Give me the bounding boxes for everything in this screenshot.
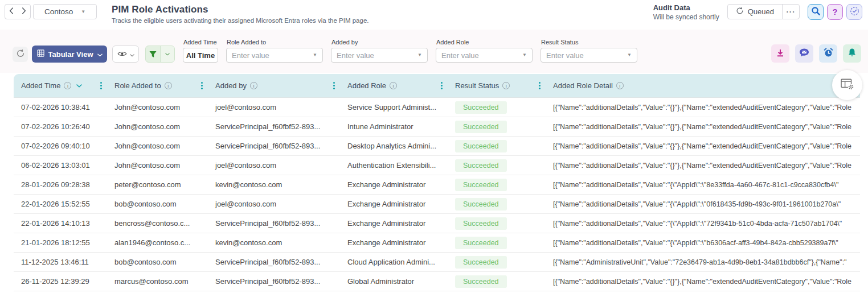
table-row[interactable]: 22-01-2026 15:52:55 bob@contoso.com joel… (14, 195, 860, 214)
cell-role-added-to: marcus@contoso.com (107, 277, 208, 286)
cell-added-role-detail: [{"Name":"additionalDetails","Value":"{}… (546, 123, 860, 131)
role-added-to-select[interactable]: Enter value ▼ (226, 48, 323, 63)
cell-added-role-detail: [{"Name":"additionalDetails","Value":"{}… (546, 104, 860, 112)
nav-back-button[interactable] (5, 5, 18, 19)
cell-result-status: Succeeded (448, 237, 546, 249)
eye-icon (117, 50, 127, 59)
column-menu-icon[interactable] (201, 82, 203, 84)
table-row[interactable]: 26-11-2025 12:39:29 marcus@contoso.com S… (14, 272, 860, 291)
filter-placeholder: Enter value (337, 51, 374, 60)
cell-added-time: 22-01-2026 14:10:13 (14, 219, 107, 228)
tabular-view-button[interactable]: Tabular View (32, 46, 107, 63)
result-status-select[interactable]: Enter value ▼ (541, 48, 637, 63)
cell-added-time: 11-12-2025 13:46:11 (14, 258, 107, 266)
info-icon[interactable]: i (165, 82, 172, 89)
table-row[interactable]: 22-01-2026 14:10:13 bencross@contoso.c..… (14, 214, 860, 233)
status-badge: Succeeded (455, 237, 507, 249)
cell-added-role: Exchange Administrator (340, 180, 448, 189)
added-by-select[interactable]: Enter value ▼ (331, 48, 428, 63)
cell-result-status: Succeeded (448, 159, 546, 172)
cell-added-by: ServicePrincipal_f60fbf52-893... (208, 142, 340, 150)
table-row[interactable]: 28-01-2026 09:28:38 peter@contoso.com ke… (14, 175, 860, 195)
column-header-added-role[interactable]: Added Role i (340, 74, 448, 97)
help-button[interactable]: ? (827, 4, 843, 20)
filter-placeholder: Enter value (441, 51, 479, 60)
cell-result-status: Succeeded (448, 179, 546, 191)
column-menu-icon[interactable] (333, 82, 335, 84)
column-menu-icon[interactable] (539, 82, 541, 84)
alarm-button[interactable] (819, 44, 837, 63)
info-icon[interactable]: i (502, 82, 510, 89)
column-label: Role Added to (114, 81, 161, 90)
cell-added-time: 28-01-2026 09:28:38 (14, 180, 107, 189)
refresh-button[interactable] (13, 47, 28, 62)
table-row[interactable]: 11-12-2025 13:46:11 bob@contoso.com Serv… (14, 253, 860, 272)
chevron-down-icon: ▼ (627, 53, 632, 57)
cell-added-time: 22-01-2026 15:52:55 (14, 200, 107, 208)
chevron-down-icon: ▼ (313, 53, 317, 57)
info-icon[interactable]: i (64, 82, 71, 89)
cell-role-added-to: bob@contoso.com (107, 200, 208, 208)
added-time-filter-button[interactable]: All Time (183, 48, 218, 63)
table-row[interactable]: 07-02-2026 10:26:40 John@contoso.com Ser… (14, 117, 860, 137)
status-badge: Succeeded (455, 275, 507, 288)
cell-added-role-detail: [{"Name":"additionalDetails","Value":"{\… (546, 200, 860, 208)
column-visibility-button[interactable] (112, 46, 139, 63)
column-settings-button[interactable] (832, 70, 862, 100)
cell-added-by: joel@contoso.com (208, 103, 340, 112)
column-header-added-role-detail[interactable]: Added Role Detail i (546, 74, 860, 97)
cell-added-role-detail: [{"Name":"additionalDetails","Value":"{}… (546, 278, 860, 286)
cell-added-by: joel@contoso.com (208, 161, 340, 170)
info-icon[interactable]: i (390, 82, 397, 89)
cell-added-role: Cloud Application Admini... (340, 258, 448, 266)
column-header-added-time[interactable]: Added Time i (14, 74, 107, 97)
cell-added-role: Exchange Administrator (340, 200, 448, 208)
chevron-down-icon: ▼ (522, 53, 527, 57)
message-button[interactable] (795, 44, 813, 63)
table-row[interactable]: 21-01-2026 18:12:55 alan1946@contoso.c..… (14, 233, 860, 253)
filter-label: Added Role (436, 39, 533, 46)
more-options-button[interactable]: ··· (782, 5, 799, 19)
cell-role-added-to: peter@contoso.com (107, 180, 208, 189)
cell-added-time: 07-02-2026 09:40:10 (14, 142, 107, 150)
column-header-result-status[interactable]: Result Status i (448, 74, 546, 97)
cell-added-role-detail: [{"Name":"additionalDetails","Value":"{}… (546, 162, 860, 170)
chevron-down-icon: ▼ (417, 53, 422, 57)
column-menu-icon[interactable] (100, 82, 102, 84)
cell-added-role-detail: [{"Name":"additionalDetails","Value":"{\… (546, 181, 860, 189)
cell-added-role: Global Administrator (340, 277, 448, 286)
cell-result-status: Succeeded (448, 198, 546, 211)
info-icon[interactable]: i (616, 82, 624, 89)
cell-added-role: Intune Administrator (340, 122, 448, 131)
filter-chevron-segment[interactable] (160, 46, 175, 62)
column-menu-icon[interactable] (441, 82, 443, 84)
sort-descending-icon[interactable] (76, 84, 82, 88)
cell-result-status: Succeeded (448, 101, 546, 114)
nav-arrows (5, 4, 31, 19)
cell-role-added-to: John@contoso.com (107, 161, 208, 170)
added-role-select[interactable]: Enter value ▼ (436, 48, 533, 63)
notification-bell-button[interactable] (843, 44, 861, 63)
filter-button[interactable] (145, 46, 175, 63)
tenant-selector[interactable]: Contoso ▼ (33, 4, 97, 19)
scheduled-check-button[interactable] (846, 4, 862, 20)
cell-added-by: ServicePrincipal_f60fbf52-893... (208, 277, 340, 286)
download-button[interactable] (771, 44, 789, 63)
column-header-role-added-to[interactable]: Role Added to i (107, 74, 208, 97)
column-label: Added Role (347, 81, 386, 90)
table-row[interactable]: 07-02-2026 10:38:41 John@contoso.com joe… (14, 98, 860, 117)
queued-status-button[interactable]: Queued (728, 5, 782, 19)
column-label: Added Time (21, 81, 60, 90)
status-badge: Succeeded (455, 198, 507, 211)
cell-result-status: Succeeded (448, 217, 546, 230)
table-row[interactable]: 07-02-2026 09:40:10 John@contoso.com Ser… (14, 137, 860, 156)
top-bar: Contoso ▼ PIM Role Activations Tracks th… (0, 0, 868, 30)
column-header-added-by[interactable]: Added by i (208, 74, 340, 97)
search-button[interactable] (808, 4, 824, 20)
cell-added-role-detail: [{"Name":"additionalDetails","Value":"{\… (546, 239, 860, 247)
nav-forward-button[interactable] (18, 5, 30, 19)
status-badge: Succeeded (455, 101, 507, 114)
table-row[interactable]: 06-02-2026 13:03:01 John@contoso.com joe… (14, 156, 860, 175)
sync-icon (736, 7, 744, 16)
info-icon[interactable]: i (250, 82, 257, 89)
